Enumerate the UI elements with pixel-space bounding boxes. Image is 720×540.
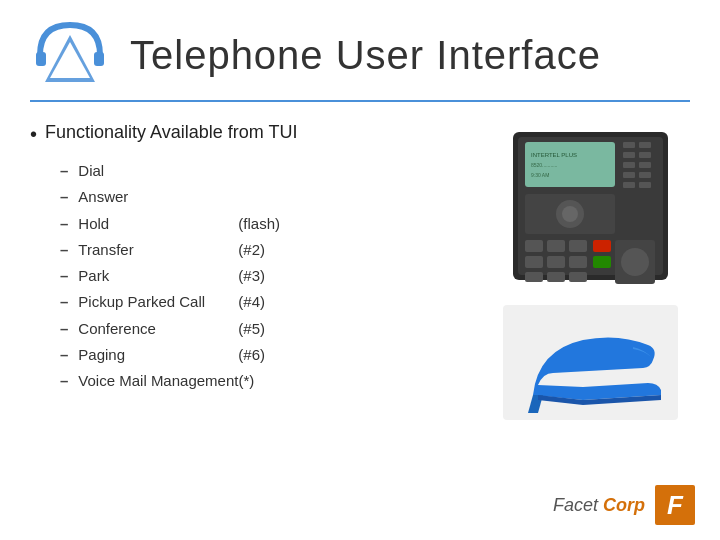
list-item: Conference(#5) — [60, 316, 470, 342]
item-code: (#5) — [238, 316, 265, 342]
list-item: Transfer(#2) — [60, 237, 470, 263]
main-content: • Functionality Available from TUI DialA… — [30, 122, 690, 420]
svg-point-22 — [562, 206, 578, 222]
feature-list: DialAnswerHold(flash)Transfer(#2)Park(#3… — [60, 158, 470, 394]
left-panel: • Functionality Available from TUI DialA… — [30, 122, 470, 420]
svg-rect-23 — [525, 240, 543, 252]
svg-rect-25 — [569, 240, 587, 252]
list-item: Dial — [60, 158, 470, 184]
svg-rect-0 — [36, 52, 46, 66]
item-label: Voice Mail Management — [78, 368, 238, 394]
svg-rect-18 — [623, 182, 635, 188]
svg-rect-16 — [623, 172, 635, 178]
svg-text:INTERTEL PLUS: INTERTEL PLUS — [531, 152, 577, 158]
svg-rect-31 — [569, 272, 587, 282]
item-label: Dial — [78, 158, 238, 184]
list-item: Hold(flash) — [60, 211, 470, 237]
svg-rect-29 — [525, 272, 543, 282]
svg-rect-12 — [623, 152, 635, 158]
item-label: Park — [78, 263, 238, 289]
list-item: Pickup Parked Call(#4) — [60, 289, 470, 315]
svg-rect-17 — [639, 172, 651, 178]
right-panel: INTERTEL PLUS 8520........... 9:30 AM — [490, 122, 690, 420]
bullet-main: • Functionality Available from TUI — [30, 122, 470, 146]
svg-rect-26 — [525, 256, 543, 268]
item-code: (*) — [238, 368, 254, 394]
svg-rect-24 — [547, 240, 565, 252]
footer-f-icon: F — [655, 485, 695, 525]
svg-rect-10 — [623, 142, 635, 148]
bullet-main-text: Functionality Available from TUI — [45, 122, 297, 143]
item-label: Answer — [78, 184, 238, 210]
svg-marker-3 — [50, 42, 90, 78]
list-item: Answer — [60, 184, 470, 210]
svg-text:9:30 AM: 9:30 AM — [531, 172, 549, 178]
item-code: (#2) — [238, 237, 265, 263]
list-item: Voice Mail Management(*) — [60, 368, 470, 394]
footer-corp-text: Corp — [603, 495, 645, 516]
svg-rect-11 — [639, 142, 651, 148]
item-label: Paging — [78, 342, 238, 368]
shoe-image — [503, 305, 678, 420]
svg-point-35 — [621, 248, 649, 276]
item-code: (#3) — [238, 263, 265, 289]
svg-rect-30 — [547, 272, 565, 282]
svg-rect-15 — [639, 162, 651, 168]
svg-rect-32 — [593, 240, 611, 252]
logo-icon — [30, 20, 110, 90]
list-item: Park(#3) — [60, 263, 470, 289]
item-label: Hold — [78, 211, 238, 237]
footer: Facet Corp F — [553, 485, 695, 525]
slide: Telephone User Interface • Functionality… — [0, 0, 720, 540]
item-code: (flash) — [238, 211, 280, 237]
svg-rect-14 — [623, 162, 635, 168]
item-label: Conference — [78, 316, 238, 342]
bullet-dot: • — [30, 123, 37, 146]
svg-rect-27 — [547, 256, 565, 268]
item-code: (#6) — [238, 342, 265, 368]
svg-rect-28 — [569, 256, 587, 268]
footer-facet-text: Facet — [553, 495, 598, 516]
phone-image: INTERTEL PLUS 8520........... 9:30 AM — [503, 122, 678, 290]
svg-rect-33 — [593, 256, 611, 268]
svg-rect-1 — [94, 52, 104, 66]
item-code: (#4) — [238, 289, 265, 315]
svg-text:8520...........: 8520........... — [531, 162, 557, 168]
svg-rect-13 — [639, 152, 651, 158]
list-item: Paging(#6) — [60, 342, 470, 368]
header: Telephone User Interface — [30, 20, 690, 102]
item-label: Transfer — [78, 237, 238, 263]
svg-rect-19 — [639, 182, 651, 188]
item-label: Pickup Parked Call — [78, 289, 238, 315]
page-title: Telephone User Interface — [130, 33, 601, 78]
